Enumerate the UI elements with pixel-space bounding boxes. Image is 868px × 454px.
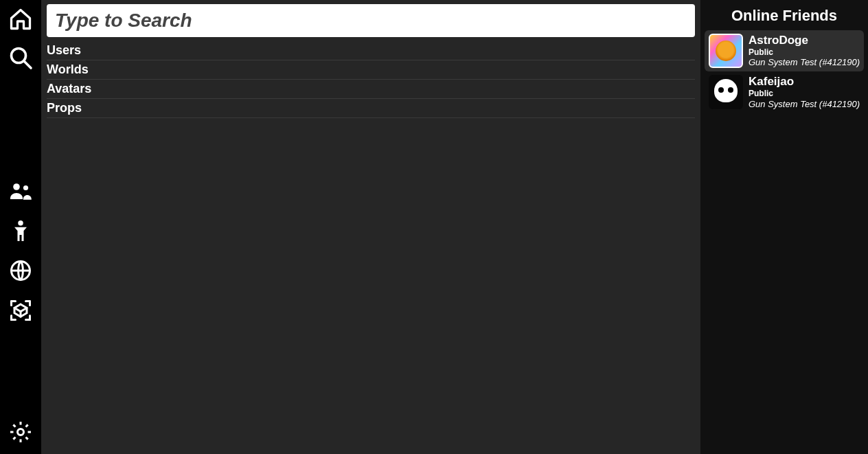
prop-icon[interactable] xyxy=(5,295,36,326)
search-input[interactable] xyxy=(47,4,695,37)
category-label: Users xyxy=(47,43,81,57)
friend-name: AstroDoge xyxy=(749,34,860,47)
friends-panel: Online Friends AstroDoge Public Gun Syst… xyxy=(700,0,868,454)
home-icon[interactable] xyxy=(5,4,36,34)
friend-visibility: Public xyxy=(749,48,860,58)
category-worlds[interactable]: Worlds xyxy=(47,60,695,80)
friends-icon[interactable] xyxy=(5,176,36,206)
avatar xyxy=(709,34,743,68)
avatar xyxy=(709,75,743,109)
avatar-icon[interactable] xyxy=(5,216,36,246)
settings-icon[interactable] xyxy=(5,417,36,447)
svg-point-2 xyxy=(13,183,20,190)
svg-point-3 xyxy=(23,185,28,190)
category-label: Worlds xyxy=(47,63,89,76)
friend-name: Kafeijao xyxy=(749,75,860,89)
friend-card[interactable]: AstroDoge Public Gun System Test (#41219… xyxy=(705,30,864,71)
friends-title: Online Friends xyxy=(705,4,864,30)
friend-world: Gun System Test (#412190) xyxy=(749,100,860,110)
friend-visibility: Public xyxy=(749,89,860,99)
left-sidebar xyxy=(0,0,41,454)
svg-point-4 xyxy=(18,220,23,226)
friend-info: AstroDoge Public Gun System Test (#41219… xyxy=(749,34,860,68)
world-icon[interactable] xyxy=(5,256,36,286)
friend-info: Kafeijao Public Gun System Test (#412190… xyxy=(749,75,860,109)
svg-point-6 xyxy=(18,429,24,435)
category-avatars[interactable]: Avatars xyxy=(47,80,695,99)
category-label: Avatars xyxy=(47,82,91,95)
category-list: Users Worlds Avatars Props xyxy=(47,41,695,118)
search-icon[interactable] xyxy=(5,43,36,73)
category-label: Props xyxy=(47,101,82,115)
friend-card[interactable]: Kafeijao Public Gun System Test (#412190… xyxy=(705,71,864,113)
friend-world: Gun System Test (#412190) xyxy=(749,58,860,68)
category-users[interactable]: Users xyxy=(47,41,695,60)
svg-line-1 xyxy=(24,61,31,68)
category-props[interactable]: Props xyxy=(47,99,695,118)
main-panel: Users Worlds Avatars Props xyxy=(41,0,700,454)
